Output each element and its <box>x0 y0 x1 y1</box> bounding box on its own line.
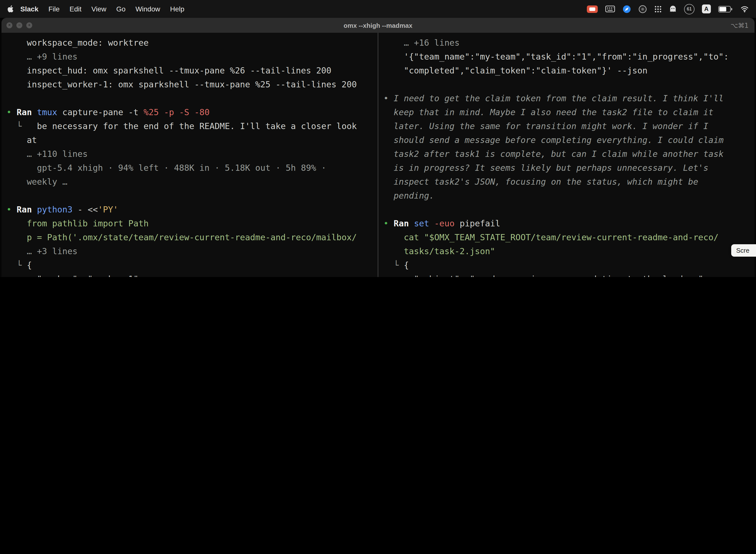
menu-item[interactable]: Help <box>165 5 189 13</box>
terminal-line: keep that in mind. Maybe I also need the… <box>378 105 755 119</box>
terminal-line: tasks/task-2.json" <box>378 244 755 258</box>
battery-percent-icon[interactable]: 61 <box>684 4 694 14</box>
window-shortcut-badge: ⌥⌘1 <box>731 21 749 29</box>
terminal-line: … +110 lines <box>1 147 378 161</box>
battery-icon[interactable] <box>718 6 731 12</box>
terminal-line: "worker": "worker-1", <box>1 272 378 277</box>
window-title: omx --xhigh --madmax <box>343 21 412 29</box>
browser-swirl-icon[interactable] <box>623 5 631 13</box>
terminal-line: is in progress? It seems likely but perh… <box>378 161 755 175</box>
terminal-window: × − + omx --xhigh --madmax ⌥⌘1 workspace… <box>1 18 755 277</box>
menu-bar: Slack FileEditViewGoWindowHelp 61 A <box>0 0 756 18</box>
menu-item[interactable]: Window <box>130 5 165 13</box>
keyboard-grid-icon[interactable] <box>605 5 615 12</box>
terminal-line: "subject": "send a concise recommendatio… <box>378 272 755 277</box>
wifi-icon[interactable] <box>740 5 749 12</box>
terminal-line: └ { <box>378 258 755 272</box>
terminal-line: └ { <box>1 258 378 272</box>
terminal-line: inspect task2's JSON, focusing on the st… <box>378 175 755 189</box>
terminal-line: … +3 lines <box>1 244 378 258</box>
apple-menu-icon[interactable] <box>7 5 13 13</box>
terminal-line: task2 after task1 is complete, but can I… <box>378 147 755 161</box>
left-pane-scrollback: workspace_mode: worktree … +9 lines insp… <box>1 36 378 277</box>
terminal-line: from pathlib import Path <box>1 216 378 230</box>
terminal-line: later. Using the same for transition mig… <box>378 119 755 133</box>
zoom-button[interactable]: + <box>26 22 32 28</box>
terminal-line: workspace_mode: worktree <box>1 36 378 50</box>
terminal-line: • Ran set -euo pipefail <box>378 216 755 230</box>
terminal-line <box>378 203 755 216</box>
menu-item[interactable]: File <box>44 5 64 13</box>
left-pane[interactable]: workspace_mode: worktree … +9 lines insp… <box>1 33 378 277</box>
terminal-line: … +9 lines <box>1 50 378 63</box>
screenshot-thumbnail[interactable]: Scre <box>731 244 756 257</box>
terminal-line: gpt-5.4 xhigh · 94% left · 488K in · 5.1… <box>1 161 378 175</box>
terminal-line: p = Path('.omx/state/team/review-current… <box>1 230 378 244</box>
terminal-line: '{"team_name":"my-team","task_id":"1","f… <box>378 50 755 63</box>
lens-icon[interactable] <box>638 5 647 13</box>
minimize-button[interactable]: − <box>16 22 22 28</box>
terminal-line: └ be necessary for the end of the README… <box>1 119 378 133</box>
input-source-icon[interactable]: A <box>702 4 711 13</box>
terminal-line <box>1 189 378 203</box>
terminal-line: … +16 lines <box>378 36 755 50</box>
terminal-line: • Ran python3 - <<'PY' <box>1 203 378 216</box>
close-button[interactable]: × <box>6 22 12 28</box>
menu-item[interactable]: View <box>86 5 111 13</box>
menu-item[interactable]: Go <box>111 5 130 13</box>
desktop-screen: Slack FileEditViewGoWindowHelp 61 A <box>0 0 756 277</box>
terminal-line: "completed","claim_token":"claim-token"}… <box>378 63 755 77</box>
terminal-line: pending. <box>378 189 755 203</box>
terminal-line <box>378 77 755 91</box>
window-title-bar[interactable]: × − + omx --xhigh --madmax ⌥⌘1 <box>1 18 755 33</box>
right-pane[interactable]: … +16 lines '{"team_name":"my-team","tas… <box>378 33 755 277</box>
menu-item[interactable]: Edit <box>64 5 86 13</box>
ghost-icon[interactable] <box>669 5 677 13</box>
terminal-line: cat "$OMX_TEAM_STATE_ROOT/team/review-cu… <box>378 230 755 244</box>
terminal-line <box>1 91 378 105</box>
terminal-line: should send a message before completing … <box>378 133 755 147</box>
terminal-line: • Ran tmux capture-pane -t %25 -p -S -80 <box>1 105 378 119</box>
terminal-line: inspect_worker-1: omx sparkshell --tmux-… <box>1 77 378 91</box>
terminal-line: inspect_hud: omx sparkshell --tmux-pane … <box>1 63 378 77</box>
app-menus: FileEditViewGoWindowHelp <box>44 5 189 13</box>
dots-grid-icon[interactable] <box>654 5 662 13</box>
tmux-panes: workspace_mode: worktree … +9 lines insp… <box>1 33 755 277</box>
active-app-name[interactable]: Slack <box>15 5 44 13</box>
terminal-line: • I need to get the claim token from the… <box>378 91 755 105</box>
terminal-line: at <box>1 133 378 147</box>
screen-recording-indicator-icon[interactable] <box>587 5 598 13</box>
right-pane-scrollback: … +16 lines '{"team_name":"my-team","tas… <box>378 36 755 277</box>
terminal-line: weekly … <box>1 175 378 189</box>
